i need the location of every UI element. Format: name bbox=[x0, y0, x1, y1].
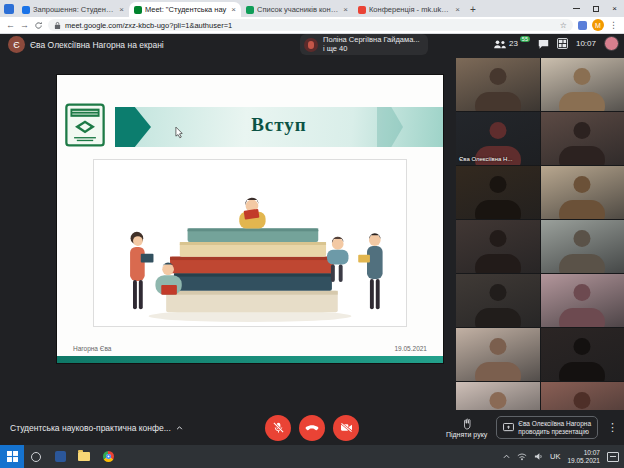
participant-tile[interactable] bbox=[456, 274, 540, 327]
taskbar-clock[interactable]: 10:07 19.05.2021 bbox=[567, 449, 600, 465]
search-button[interactable] bbox=[24, 445, 48, 468]
participant-tile[interactable] bbox=[541, 220, 624, 273]
camera-off-icon bbox=[340, 422, 353, 433]
tray-expand-icon[interactable] bbox=[503, 454, 510, 459]
participant-tile[interactable] bbox=[456, 220, 540, 273]
mouse-cursor bbox=[175, 125, 184, 143]
chrome-icon bbox=[103, 451, 114, 462]
maximize-button[interactable] bbox=[586, 0, 605, 17]
refresh-icon[interactable] bbox=[34, 21, 43, 30]
file-explorer-button[interactable] bbox=[72, 445, 96, 468]
chrome-taskbar-button[interactable] bbox=[96, 445, 120, 468]
participant-tile[interactable] bbox=[541, 274, 624, 327]
wifi-icon[interactable] bbox=[517, 452, 527, 461]
raise-hand-label: Підняти руку bbox=[446, 431, 487, 438]
presenter-banner: Є Єва Олексіївна Нагорна на екрані bbox=[8, 36, 164, 53]
app-button[interactable] bbox=[48, 445, 72, 468]
meeting-name: Студентська науково-практична конфе... bbox=[10, 423, 171, 433]
language-indicator[interactable]: UK bbox=[550, 452, 560, 461]
back-icon[interactable]: ← bbox=[6, 21, 15, 30]
tab-calendar-invite[interactable]: Запрошення: Студентська ко × bbox=[17, 2, 129, 17]
meet-top-bar: Є Єва Олексіївна Нагорна на екрані Полін… bbox=[0, 34, 624, 58]
maximize-icon bbox=[593, 6, 599, 12]
gmail-icon bbox=[358, 6, 366, 14]
account-avatar[interactable] bbox=[604, 36, 619, 51]
hangup-button[interactable] bbox=[299, 415, 325, 441]
layout-grid-icon[interactable] bbox=[557, 38, 568, 49]
minimize-button[interactable] bbox=[567, 0, 586, 17]
lock-icon bbox=[54, 21, 61, 30]
people-button[interactable]: 23 55 bbox=[493, 39, 530, 49]
presenting-status: проводить презентацію bbox=[518, 428, 591, 436]
tab-label: Запрошення: Студентська ко bbox=[33, 5, 116, 14]
participant-tile[interactable] bbox=[456, 382, 540, 410]
participant-tile[interactable] bbox=[456, 328, 540, 381]
participant-tile[interactable] bbox=[541, 112, 624, 165]
participant-tile[interactable]: Єва Олексіївна Н... bbox=[456, 112, 540, 165]
close-window-button[interactable]: × bbox=[605, 0, 624, 17]
volume-icon[interactable] bbox=[534, 452, 543, 461]
mic-off-icon bbox=[272, 421, 285, 434]
raise-hand-button[interactable]: Підняти руку bbox=[446, 418, 487, 438]
presenting-status-chip[interactable]: Єва Олексіївна Нагорна проводить презент… bbox=[496, 416, 598, 440]
meet-bottom-right: Підняти руку Єва Олексіївна Нагорна пров… bbox=[446, 410, 618, 445]
presenter-banner-text: Єва Олексіївна Нагорна на екрані bbox=[30, 40, 164, 50]
close-icon[interactable]: × bbox=[343, 6, 348, 14]
tab-label: Список учасників конферен bbox=[257, 5, 340, 14]
browser-profile-avatar[interactable]: M bbox=[592, 19, 604, 31]
hangup-icon bbox=[305, 424, 319, 431]
presenter-avatar: Є bbox=[8, 36, 25, 53]
participant-tile[interactable] bbox=[541, 382, 624, 410]
tab-meet[interactable]: Meet: "Студентська нау × bbox=[129, 2, 241, 17]
participant-tile[interactable] bbox=[456, 58, 540, 111]
tab-label: Meet: "Студентська нау bbox=[145, 5, 228, 14]
close-icon[interactable]: × bbox=[455, 6, 460, 14]
url-bar[interactable]: meet.google.com/zxz-kbcb-ugo?pli=1&authu… bbox=[48, 19, 573, 31]
meeting-clock: 10:07 bbox=[576, 39, 596, 48]
search-icon bbox=[31, 452, 41, 462]
participant-tile[interactable] bbox=[456, 166, 540, 219]
participant-avatar bbox=[304, 38, 318, 52]
camera-off-button[interactable] bbox=[333, 415, 359, 441]
slide-date: 19.05.2021 bbox=[394, 345, 427, 352]
browser-toolbar: ← → meet.google.com/zxz-kbcb-ugo?pli=1&a… bbox=[0, 17, 624, 34]
minimize-icon bbox=[573, 8, 580, 9]
tab-gmail[interactable]: Конференція - mk.uk@kubg × bbox=[353, 2, 465, 17]
participant-tile[interactable] bbox=[541, 166, 624, 219]
chat-badge: 55 bbox=[520, 36, 530, 42]
calendar-icon bbox=[22, 6, 30, 14]
call-controls bbox=[265, 415, 359, 441]
browser-menu-icon[interactable]: ⋮ bbox=[609, 20, 618, 30]
university-logo bbox=[65, 103, 105, 151]
extension-icon[interactable] bbox=[578, 21, 587, 30]
participant-tile[interactable] bbox=[541, 58, 624, 111]
more-options-icon[interactable]: ⋮ bbox=[607, 421, 618, 434]
participants-grid: Єва Олексіївна Н... bbox=[456, 58, 624, 410]
slide-author: Нагорна Єва bbox=[73, 345, 111, 352]
participant-tile[interactable] bbox=[541, 328, 624, 381]
participants-pill[interactable]: Поліна Сергіївна Гайдама... і ще 40 bbox=[300, 34, 428, 55]
slide-footer: Нагорна Єва 19.05.2021 bbox=[73, 345, 427, 352]
taskbar-time: 10:07 bbox=[584, 449, 600, 457]
chat-icon[interactable] bbox=[538, 39, 549, 49]
forward-icon[interactable]: → bbox=[20, 21, 29, 30]
action-center-icon[interactable] bbox=[607, 452, 619, 462]
participants-more: і ще 40 bbox=[323, 45, 420, 54]
close-icon[interactable]: × bbox=[119, 6, 124, 14]
url-text: meet.google.com/zxz-kbcb-ugo?pli=1&authu… bbox=[65, 21, 232, 30]
mic-off-button[interactable] bbox=[265, 415, 291, 441]
new-tab-button[interactable]: + bbox=[470, 4, 476, 15]
window-controls: × bbox=[567, 0, 624, 17]
people-icon bbox=[493, 39, 507, 49]
bookmark-star-icon[interactable]: ☆ bbox=[560, 21, 567, 30]
close-icon[interactable]: × bbox=[231, 6, 236, 14]
shared-slide: Вступ bbox=[57, 75, 443, 363]
slide-accent-strip bbox=[57, 356, 443, 363]
meeting-details-button[interactable]: Студентська науково-практична конфе... bbox=[10, 410, 183, 445]
start-button[interactable] bbox=[0, 445, 24, 468]
raise-hand-icon bbox=[462, 418, 472, 430]
slide-title-band: Вступ bbox=[115, 107, 443, 147]
system-tray: UK 10:07 19.05.2021 bbox=[503, 449, 624, 465]
tab-sheets[interactable]: Список учасників конферен × bbox=[241, 2, 353, 17]
slide-title: Вступ bbox=[115, 114, 443, 136]
